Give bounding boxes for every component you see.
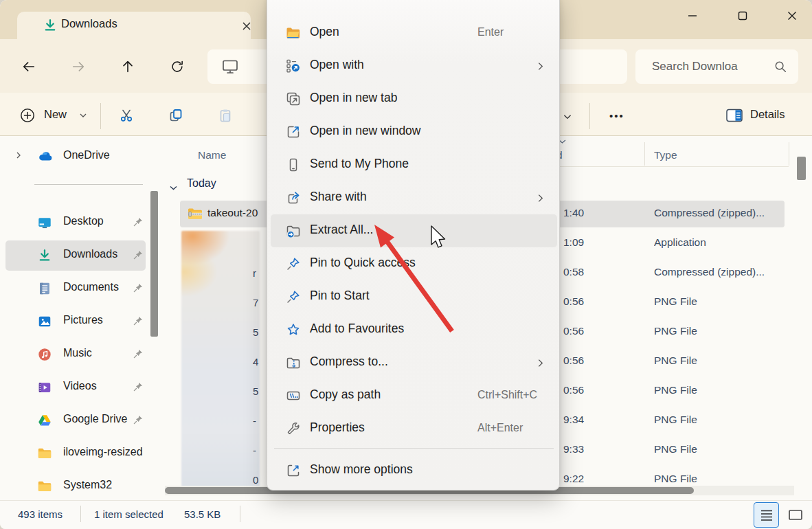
sidebar-item-label: Downloads (63, 248, 117, 260)
menu-separator (274, 448, 554, 449)
close-button[interactable] (776, 5, 808, 26)
minimize-button[interactable] (677, 5, 708, 26)
chevron-down-icon[interactable] (169, 182, 178, 194)
chevron-right-icon (536, 61, 545, 74)
menu-item-open-in-new-tab[interactable]: Open in new tab (271, 82, 557, 115)
copy-as-path-icon (285, 387, 302, 404)
sidebar-item-label: OneDrive (63, 149, 110, 161)
up-button[interactable] (117, 56, 139, 78)
refresh-button[interactable] (166, 56, 188, 78)
details-pane-label: Details (750, 108, 785, 121)
pin-icon (132, 348, 144, 360)
menu-item-pin-to-quick-access[interactable]: Pin to Quick access (271, 247, 557, 280)
sidebar-item-label: Videos (63, 380, 97, 392)
see-more-button[interactable]: ••• (602, 102, 632, 129)
file-type: PNG File (654, 473, 697, 485)
sidebar-scrollbar[interactable] (150, 191, 158, 337)
zip-folder-icon (187, 206, 203, 221)
sidebar-item-label: Pictures (63, 314, 103, 326)
plus-circle-icon (19, 107, 36, 124)
tab-close-icon[interactable] (238, 18, 255, 34)
sidebar-item-pictures[interactable]: Pictures (0, 306, 150, 337)
menu-item-open-in-new-window[interactable]: Open in new window (271, 115, 557, 148)
menu-item-show-more-options[interactable]: Show more options (271, 454, 557, 487)
sidebar-item-system32[interactable]: System32 (0, 471, 150, 502)
pin-icon (132, 282, 144, 294)
file-type: Compressed (zipped)... (654, 207, 765, 219)
copy-button[interactable] (161, 102, 191, 129)
onedrive-cloud-icon (37, 149, 52, 164)
selection-count: 1 item selected (94, 508, 163, 520)
file-type: PNG File (654, 325, 697, 337)
desktop-icon (37, 215, 52, 230)
back-button[interactable] (18, 56, 40, 78)
sidebar-item-music[interactable]: Music (0, 339, 150, 370)
sidebar-item-iloveimg-resized[interactable]: iloveimg-resized (0, 438, 150, 469)
new-button[interactable]: New (14, 100, 99, 131)
chevron-right-icon[interactable] (14, 150, 23, 163)
folder-icon (37, 479, 52, 494)
column-header-name[interactable]: Name (198, 149, 226, 161)
pin-icon (285, 256, 302, 272)
menu-item-extract-all[interactable]: Extract All... (271, 214, 557, 247)
status-divider (240, 506, 240, 522)
sidebar-item-videos[interactable]: Videos (0, 372, 150, 403)
sidebar-item-desktop[interactable]: Desktop (0, 207, 150, 238)
menu-item-properties[interactable]: Properties Alt+Enter (271, 412, 557, 445)
menu-item-add-to-favourites[interactable]: Add to Favourites (271, 313, 557, 346)
file-time: 9:34 (563, 414, 584, 426)
menu-item-label: Add to Favourites (310, 322, 404, 336)
star-icon (285, 322, 302, 338)
vertical-scrollbar[interactable] (797, 157, 806, 180)
details-pane-button[interactable]: Details (720, 102, 797, 129)
sidebar-item-downloads[interactable]: Downloads (0, 240, 150, 271)
blurred-file-names (181, 231, 260, 488)
status-divider (80, 506, 81, 522)
music-icon (37, 347, 52, 362)
chevron-right-icon (536, 358, 545, 370)
clipped-filename-fragment: r (253, 267, 268, 279)
file-type: PNG File (654, 384, 697, 396)
pin-icon (132, 381, 144, 393)
tab-downloads[interactable]: Downloads (17, 12, 251, 39)
sidebar-item-google-drive[interactable]: Google Drive (0, 405, 150, 436)
menu-item-send-to-my-phone[interactable]: Send to My Phone (271, 148, 557, 181)
maximize-button[interactable] (727, 5, 758, 26)
menu-item-shortcut: Alt+Enter (477, 422, 523, 434)
wrench-icon (285, 420, 302, 437)
menu-item-open-with[interactable]: Open with (271, 49, 557, 82)
menu-item-open[interactable]: Open Enter (271, 16, 557, 49)
chevron-right-icon (536, 193, 545, 205)
menu-item-copy-as-path[interactable]: Copy as path Ctrl+Shift+C (271, 379, 557, 412)
menu-item-compress-to[interactable]: Compress to... (271, 346, 557, 379)
cut-button[interactable] (111, 102, 142, 129)
menu-item-label: Show more options (310, 462, 413, 477)
menu-item-label: Pin to Start (310, 289, 370, 303)
chevron-down-icon[interactable] (562, 111, 573, 125)
phone-icon (285, 157, 302, 173)
details-view-toggle[interactable] (754, 502, 779, 528)
file-type: Application (654, 236, 706, 249)
thumbnail-view-toggle[interactable] (785, 504, 806, 526)
menu-item-label: Properties (310, 420, 365, 435)
menu-item-label: Pin to Quick access (310, 256, 416, 270)
chevron-down-icon (78, 111, 88, 123)
search-box[interactable] (635, 49, 798, 84)
menu-item-share-with[interactable]: Share with (271, 181, 557, 214)
paste-button[interactable] (210, 102, 240, 129)
sidebar-item-documents[interactable]: Documents (0, 273, 150, 304)
forward-button[interactable] (67, 56, 89, 78)
menu-item-shortcut: Enter (477, 26, 504, 38)
search-input[interactable] (652, 56, 769, 77)
clipped-filename-fragment: 5 (253, 385, 268, 397)
menu-item-pin-to-start[interactable]: Pin to Start (271, 280, 557, 313)
file-explorer-window: Downloads Ne (0, 0, 812, 529)
open-folder-icon (285, 25, 302, 41)
menu-item-shortcut: Ctrl+Shift+C (477, 389, 537, 401)
pin-icon (132, 216, 144, 228)
open-new-window-icon (285, 124, 302, 140)
column-header-type[interactable]: Type (654, 149, 677, 161)
sidebar-item-onedrive[interactable]: OneDrive (0, 142, 150, 172)
column-divider[interactable] (644, 142, 645, 166)
column-divider[interactable] (789, 142, 789, 166)
